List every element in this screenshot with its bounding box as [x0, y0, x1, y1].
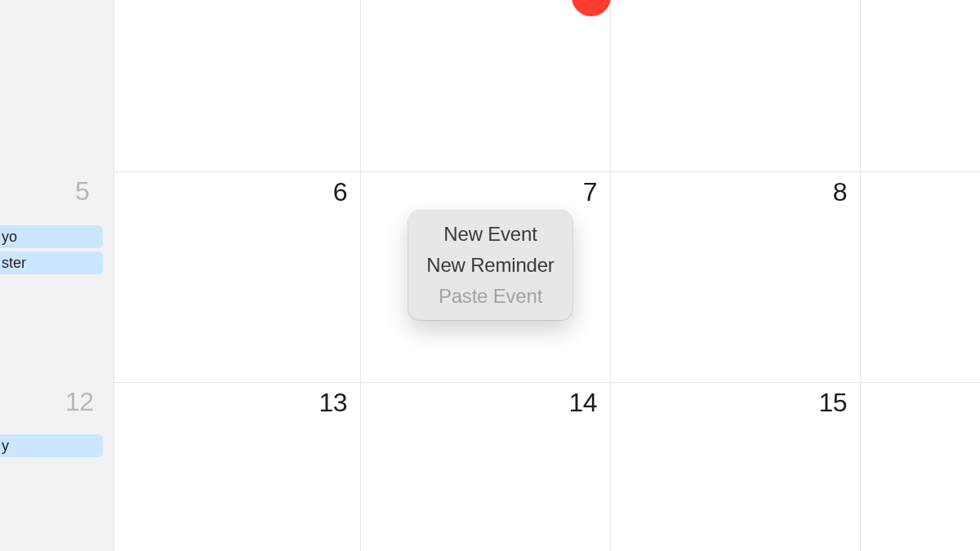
day-cell[interactable] — [361, 0, 611, 171]
event-title: y — [2, 438, 9, 454]
day-cell[interactable] — [861, 0, 980, 171]
menu-item-paste-event: Paste Event — [408, 281, 572, 312]
context-menu: New Event New Reminder Paste Event — [408, 211, 572, 320]
event-chip-overlay[interactable]: y — [0, 434, 103, 457]
menu-item-new-reminder[interactable]: New Reminder — [408, 250, 572, 281]
calendar-row — [0, 0, 980, 171]
day-cell[interactable] — [611, 0, 861, 171]
event-chip-overlay[interactable]: yo — [0, 225, 103, 248]
event-title: ster — [2, 255, 26, 271]
day-cell[interactable] — [111, 0, 361, 171]
event-title: yo — [2, 229, 17, 245]
sidebar — [0, 0, 114, 551]
menu-item-new-event[interactable]: New Event — [408, 219, 572, 250]
day-number-5-overlay: 5 — [75, 176, 967, 207]
event-chip-overlay[interactable]: ster — [0, 251, 103, 274]
day-number-12-overlay: 12 — [65, 387, 967, 417]
calendar-grid: 5 6 7 8 12 13 14 15 yo ster — [0, 0, 980, 551]
